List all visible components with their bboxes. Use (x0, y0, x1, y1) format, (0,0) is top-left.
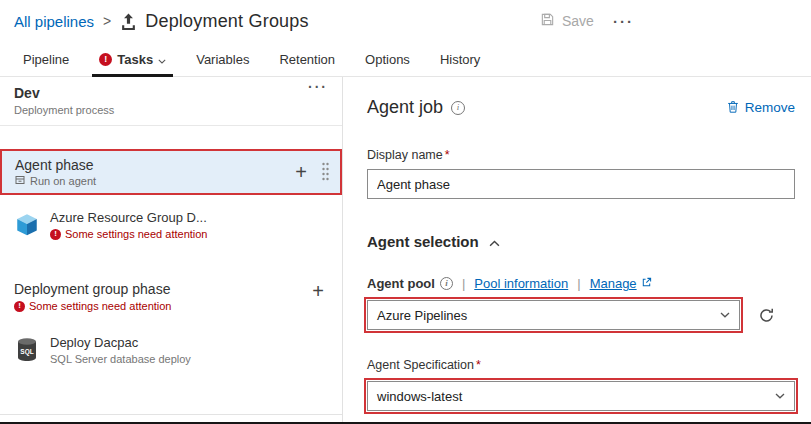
tasks-error-icon (99, 53, 112, 66)
add-task-button-agent-phase[interactable]: + (285, 162, 317, 182)
details-panel: Agent job Remove Display name* Agent sel… (343, 77, 811, 422)
phase-item-deployment-group[interactable]: Deployment group phase Some settings nee… (0, 271, 342, 320)
process-subtitle: Deployment process (14, 104, 328, 116)
phase-subtitle: Run on agent (30, 175, 96, 187)
chevron-up-icon (489, 233, 500, 250)
agent-specification-label: Agent Specification* (367, 358, 795, 372)
pool-information-link[interactable]: Pool information (474, 276, 568, 291)
tab-variables[interactable]: Variables (181, 42, 264, 76)
task-item-deploy-dacpac[interactable]: SQL Deploy Dacpac SQL Server database de… (0, 326, 342, 374)
azure-resource-group-icon (14, 212, 40, 238)
tab-retention[interactable]: Retention (264, 42, 350, 76)
tab-bar: Pipeline Tasks Variables Retention Optio… (0, 42, 811, 77)
save-icon (540, 12, 555, 30)
drag-handle-icon[interactable] (321, 161, 330, 183)
display-name-input[interactable] (367, 169, 795, 199)
deployment-groups-icon (120, 13, 137, 30)
remove-label: Remove (745, 100, 795, 115)
required-marker: * (445, 148, 450, 162)
drop-gap (0, 126, 342, 149)
process-title: Dev (14, 85, 328, 101)
task-title: Azure Resource Group D... (50, 210, 207, 225)
add-task-button-deployment-group[interactable]: + (302, 281, 334, 301)
tab-tasks[interactable]: Tasks (84, 42, 181, 76)
task-subtitle: SQL Server database deploy (50, 353, 191, 365)
trash-icon (726, 99, 740, 117)
save-label: Save (562, 13, 594, 29)
pipeline-editor-window: All pipelines > Deployment Groups Save ·… (0, 0, 811, 424)
process-header-dev[interactable]: Dev Deployment process ··· (0, 77, 342, 125)
required-marker: * (476, 358, 481, 372)
refresh-button[interactable] (753, 302, 779, 328)
agent-pool-label: Agent pool (367, 276, 453, 291)
task-title: Deploy Dacpac (50, 335, 191, 350)
manage-link[interactable]: Manage (590, 276, 652, 291)
phase-item-agent-phase[interactable]: Agent phase Run on agent + (0, 149, 342, 195)
breadcrumb-all-pipelines[interactable]: All pipelines (14, 13, 94, 30)
save-button[interactable]: Save (540, 0, 594, 42)
tab-options[interactable]: Options (350, 42, 425, 76)
run-on-agent-icon (15, 175, 25, 187)
chevron-down-icon (158, 52, 166, 67)
panel-title: Agent job (367, 97, 443, 118)
phase-title: Deployment group phase (14, 281, 328, 297)
process-more-button[interactable]: ··· (308, 79, 328, 95)
display-name-label: Display name* (367, 148, 795, 162)
agent-specification-value: windows-latest (377, 389, 462, 404)
agent-selection-section-header[interactable]: Agent selection (367, 233, 795, 250)
phase-warning-text: Some settings need attention (29, 300, 171, 312)
warning-icon (50, 229, 61, 240)
task-list-panel: Dev Deployment process ··· Agent phase R… (0, 77, 343, 422)
agent-pool-value: Azure Pipelines (377, 308, 467, 323)
chevron-down-icon (775, 393, 785, 399)
remove-button[interactable]: Remove (726, 99, 795, 117)
separator: | (577, 276, 580, 291)
breadcrumb-separator: > (103, 13, 111, 29)
svg-text:SQL: SQL (20, 348, 33, 356)
tab-pipeline[interactable]: Pipeline (8, 42, 84, 76)
external-link-icon (641, 276, 652, 291)
divider (0, 414, 342, 415)
info-icon[interactable] (451, 101, 465, 115)
chevron-down-icon (720, 312, 730, 318)
phase-title: Agent phase (15, 157, 285, 173)
sql-database-icon: SQL (14, 337, 40, 363)
warning-icon (14, 301, 25, 312)
header-more-button[interactable]: ··· (613, 0, 634, 42)
info-icon[interactable] (440, 277, 453, 290)
phase-info: Agent phase Run on agent (15, 157, 285, 187)
tab-history[interactable]: History (425, 42, 495, 76)
agent-specification-dropdown[interactable]: windows-latest (367, 381, 795, 411)
agent-pool-dropdown[interactable]: Azure Pipelines (367, 300, 740, 330)
task-item-azure-resource-group[interactable]: Azure Resource Group D... Some settings … (0, 201, 342, 249)
separator: | (462, 276, 465, 291)
top-header: All pipelines > Deployment Groups Save ·… (0, 0, 811, 42)
task-warning-text: Some settings need attention (65, 228, 207, 240)
main-area: Dev Deployment process ··· Agent phase R… (0, 77, 811, 422)
page-title: Deployment Groups (145, 11, 308, 32)
